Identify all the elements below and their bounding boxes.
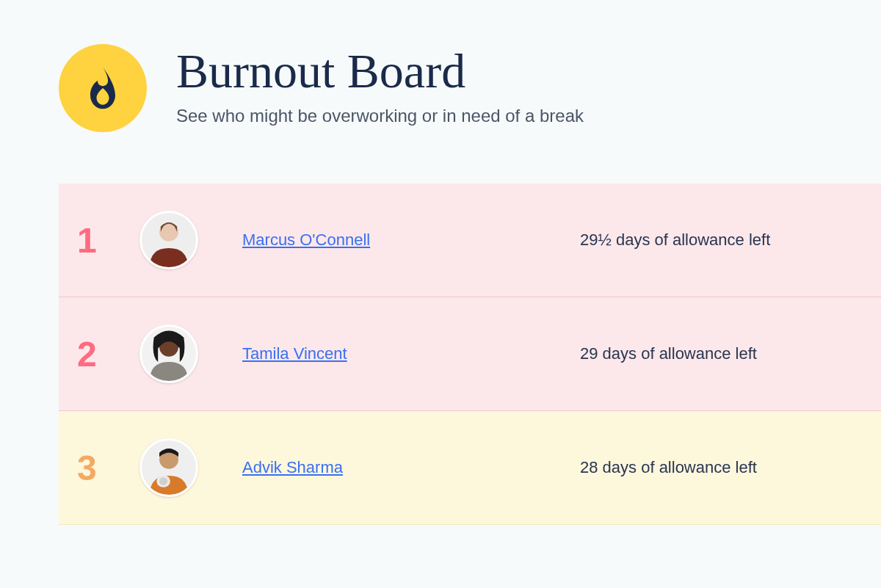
fire-icon	[59, 44, 147, 132]
rank-number: 1	[77, 220, 139, 261]
burnout-list: 1 Marcus O'Connell 29½ days of allowance…	[59, 184, 881, 525]
person-name-link[interactable]: Advik Sharma	[242, 458, 580, 477]
page-title: Burnout Board	[176, 47, 584, 95]
allowance-text: 28 days of allowance left	[580, 458, 757, 477]
page-header: Burnout Board See who might be overworki…	[59, 44, 881, 132]
rank-number: 3	[77, 448, 139, 488]
avatar	[139, 211, 198, 269]
svg-point-7	[159, 477, 167, 484]
person-name-link[interactable]: Marcus O'Connell	[242, 231, 580, 250]
allowance-text: 29½ days of allowance left	[580, 231, 770, 250]
allowance-text: 29 days of allowance left	[580, 344, 757, 363]
list-item[interactable]: 1 Marcus O'Connell 29½ days of allowance…	[59, 184, 881, 297]
person-name-link[interactable]: Tamila Vincent	[242, 344, 580, 363]
list-item[interactable]: 3 Advik Sharma 28 days of allowance left	[59, 411, 881, 525]
avatar	[139, 438, 198, 497]
rank-number: 2	[77, 334, 139, 374]
avatar	[139, 324, 198, 383]
list-item[interactable]: 2 Tamila Vincent 29 days of allowance le…	[59, 297, 881, 411]
page-subtitle: See who might be overworking or in need …	[176, 106, 584, 126]
